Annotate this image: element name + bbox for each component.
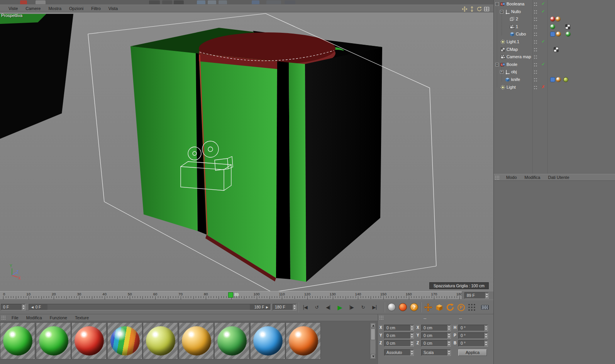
range-start-handle[interactable]: ◄ 0 F	[29, 304, 47, 310]
play-button[interactable]: ▶	[335, 303, 344, 312]
sphere-thumb[interactable]	[556, 77, 561, 82]
prev-frame-button[interactable]: ◀|	[324, 303, 333, 312]
object-row-obj[interactable]: +obj	[494, 68, 615, 76]
move-view-icon[interactable]	[461, 6, 468, 12]
object-row-1[interactable]: 1	[494, 23, 615, 31]
enabled-check-icon[interactable]: ✓	[540, 39, 546, 44]
visibility-dots-icon[interactable]	[534, 40, 537, 44]
spinner-icon[interactable]	[447, 325, 451, 331]
coord-size-x-field[interactable]: 0 cm	[421, 325, 451, 331]
disabled-cross-icon[interactable]: ✗	[540, 84, 546, 89]
zoom-view-icon[interactable]	[469, 6, 475, 12]
checker-thumb[interactable]	[554, 47, 559, 52]
material-menu-modifica[interactable]: Modifica	[22, 315, 46, 320]
coord-rot-b-field[interactable]: 0 °	[458, 340, 488, 347]
goto-end-button[interactable]: ▶|	[370, 303, 379, 312]
autokey-record-icon[interactable]	[399, 303, 407, 311]
object-row-boole[interactable]: −Boole✓	[494, 61, 615, 69]
spinner-icon[interactable]	[484, 340, 488, 346]
menu-opzioni[interactable]: Opzioni	[65, 6, 87, 11]
toggle-view-icon[interactable]	[483, 6, 490, 12]
play-loop-button[interactable]: ↻	[358, 303, 368, 312]
menu-camere[interactable]: Camere	[22, 6, 44, 11]
coord-size-y-field[interactable]: 0 cm	[421, 332, 451, 339]
menu-viste[interactable]: Viste	[5, 6, 22, 11]
visibility-dots-icon[interactable]	[534, 25, 537, 29]
apply-button[interactable]: Applica	[458, 349, 487, 356]
visibility-dots-icon[interactable]	[534, 55, 537, 59]
play-reverse-button[interactable]: ↺	[312, 303, 321, 312]
texture-thumb[interactable]	[563, 77, 568, 82]
object-row-booleana[interactable]: −Booleana✓	[494, 0, 615, 8]
checker-thumb[interactable]	[565, 24, 570, 29]
range-end-handle[interactable]: 180 F ►	[250, 304, 271, 310]
material-tile[interactable]	[107, 322, 142, 359]
current-frame-marker[interactable]	[228, 292, 233, 298]
visibility-dots-icon[interactable]	[534, 10, 537, 14]
object-row-light-1[interactable]: Light.1✓	[494, 38, 615, 46]
object-row-camera-map[interactable]: Camera map	[494, 53, 615, 61]
record-position-button[interactable]	[423, 302, 433, 312]
spinner-icon[interactable]	[484, 325, 488, 331]
record-scale-button[interactable]	[434, 302, 444, 312]
scrollbar-thumb[interactable]	[371, 329, 375, 340]
help-icon[interactable]: ?	[410, 303, 418, 311]
coord-pos-z-field[interactable]: 0 cm	[384, 340, 414, 347]
visibility-dots-icon[interactable]	[534, 85, 537, 90]
tab-modo[interactable]: Modo	[502, 175, 521, 180]
sphere-thumb[interactable]	[550, 17, 555, 22]
panel-handle-icon[interactable]	[379, 315, 384, 320]
material-scrollbar[interactable]	[370, 322, 376, 359]
start-frame-spinner-icon[interactable]	[21, 304, 25, 310]
menu-mostra[interactable]: Mostra	[44, 6, 65, 11]
object-row-nullo[interactable]: −Nullo✓	[494, 8, 615, 16]
object-row-cmap[interactable]: CMap	[494, 46, 615, 54]
record-rotation-button[interactable]	[445, 302, 455, 312]
material-menu-file[interactable]: File	[8, 315, 22, 320]
collapse-icon[interactable]: −	[495, 2, 499, 6]
panel-handle-icon[interactable]	[495, 175, 500, 180]
material-tile[interactable]	[286, 322, 321, 359]
start-frame-field[interactable]: 0 F	[1, 304, 25, 310]
visibility-dots-icon[interactable]	[534, 47, 537, 52]
preview-range-slider[interactable]: ◄ 0 F 180 F ►	[29, 304, 271, 310]
panel-handle-icon[interactable]	[1, 315, 6, 320]
material-tile[interactable]	[36, 322, 71, 359]
enabled-check-icon[interactable]: ✓	[540, 62, 546, 67]
object-row-knife[interactable]: knife	[494, 76, 615, 84]
material-tile[interactable]	[0, 322, 35, 359]
enabled-check-icon[interactable]: ✓	[540, 1, 546, 6]
current-frame-field[interactable]: 89 F	[464, 292, 489, 299]
viewport-3d[interactable]: Y Z X Prospettiva Spazziatura Griglia : …	[0, 12, 493, 291]
coords-mode-dropdown[interactable]: Assoluto	[384, 349, 414, 356]
coord-rot-h-field[interactable]: 0 °	[458, 325, 488, 331]
object-row-2[interactable]: 2	[494, 15, 615, 23]
coord-pos-y-field[interactable]: 0 cm	[384, 332, 414, 339]
visibility-dots-icon[interactable]	[534, 17, 537, 22]
sphere-thumb[interactable]	[566, 32, 571, 37]
menu-vista[interactable]: Vista	[105, 6, 122, 11]
tab-modifica[interactable]: Modifica	[521, 175, 544, 180]
spinner-icon[interactable]	[410, 333, 413, 339]
visibility-dots-icon[interactable]	[534, 2, 537, 7]
coord-rot-p-field[interactable]: 0 °	[458, 332, 488, 339]
visibility-dots-icon[interactable]	[534, 62, 537, 67]
collapse-icon[interactable]: −	[500, 10, 503, 13]
spinner-icon[interactable]	[484, 333, 488, 339]
coord-pos-x-field[interactable]: 0 cm	[384, 325, 414, 331]
sphere-thumb[interactable]	[556, 32, 561, 37]
spinner-icon[interactable]	[447, 333, 451, 339]
material-menu-texture[interactable]: Texture	[71, 315, 93, 320]
expand-icon[interactable]: +	[500, 70, 503, 74]
spinner-icon[interactable]	[447, 340, 451, 346]
end-frame-field[interactable]: 180 F	[273, 304, 296, 310]
tag-thumb[interactable]	[550, 32, 555, 37]
material-tile[interactable]	[179, 322, 214, 359]
sphere-thumb[interactable]	[550, 24, 555, 29]
object-row-light[interactable]: Light✗	[494, 84, 615, 91]
keyframe-selection-button[interactable]	[480, 302, 490, 312]
tab-dati-utente[interactable]: Dati Utente	[544, 175, 573, 180]
sphere-thumb[interactable]	[556, 17, 561, 22]
goto-start-button[interactable]: |◀	[300, 303, 310, 312]
menu-filtro[interactable]: Filtro	[87, 6, 104, 11]
